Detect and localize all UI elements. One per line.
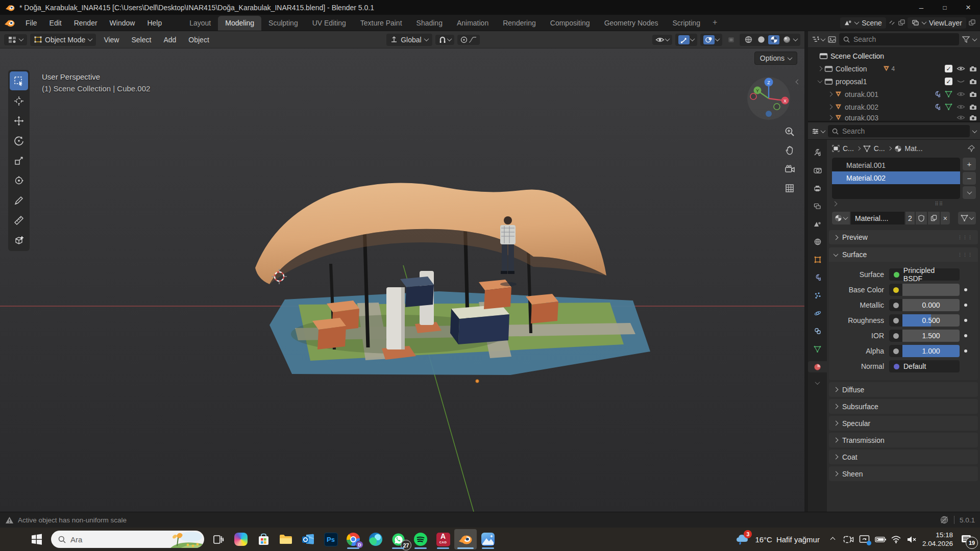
unlink-material-button[interactable]: × [941, 212, 950, 224]
hidden-icons-chevron[interactable] [827, 534, 839, 545]
meet-now-camera-icon[interactable] [843, 534, 854, 545]
tab-object-data[interactable] [811, 343, 824, 355]
tab-constraints[interactable] [811, 325, 824, 337]
gizmo-neg-z-axis[interactable] [766, 111, 772, 117]
weather-widget[interactable]: 3 16°C Hafif yağmur [736, 533, 820, 546]
copy-scene-icon[interactable] [898, 19, 905, 26]
material-specials-button[interactable] [963, 186, 976, 199]
outlook-button[interactable] [297, 529, 320, 549]
shading-solid-button[interactable] [755, 35, 767, 44]
expand-icon[interactable] [828, 105, 833, 110]
3d-scene-canvas[interactable] [0, 48, 804, 512]
material-slot-1[interactable]: Material.001 [832, 159, 960, 171]
tab-modifiers[interactable] [811, 272, 824, 283]
expand-icon[interactable] [818, 66, 823, 71]
snap-controls[interactable] [435, 35, 454, 45]
menu-edit[interactable]: Edit [43, 17, 68, 29]
fake-user-shield-button[interactable] [916, 212, 927, 224]
hide-eye-closed-icon[interactable] [957, 79, 965, 84]
editor-type-selector[interactable] [4, 34, 27, 45]
tool-add-cube[interactable] [10, 231, 28, 249]
normal-input-button[interactable]: Default [889, 360, 960, 372]
list-resize-grip[interactable]: ⠿⠿ [935, 201, 943, 207]
navigation-gizmo[interactable]: Z Y X [746, 76, 791, 121]
transmission-panel-header[interactable]: Transmission [829, 433, 978, 447]
tool-transform[interactable] [10, 171, 28, 190]
panel-drag-grip[interactable]: ⋮⋮⋮ [958, 253, 973, 257]
copy-viewlayer-icon[interactable] [968, 19, 976, 26]
file-explorer-button[interactable] [275, 529, 297, 549]
roughness-slider[interactable]: 0.500 [889, 314, 960, 327]
outliner-editor-type-selector[interactable] [812, 36, 825, 43]
outliner-row-oturak-002[interactable]: oturak.002 [811, 101, 980, 113]
breadcrumb-material[interactable]: Mat... [905, 144, 923, 153]
shading-wireframe-button[interactable] [743, 35, 754, 44]
tab-rendering[interactable]: Rendering [496, 16, 543, 31]
gizmos-toggle[interactable] [675, 34, 697, 46]
tool-measure[interactable] [10, 211, 28, 230]
chrome-button[interactable]: D [342, 529, 364, 549]
task-view-button[interactable] [207, 529, 230, 549]
tab-world[interactable] [811, 236, 824, 247]
shading-rendered-button[interactable] [781, 35, 792, 44]
subsurface-panel-header[interactable]: Subsurface [829, 399, 978, 414]
proportional-edit-controls[interactable] [457, 35, 480, 45]
base-color-widget[interactable] [889, 284, 960, 296]
orthographic-toggle-button[interactable] [782, 181, 797, 196]
outliner-row-oturak-001[interactable]: oturak.001 [811, 88, 980, 101]
tab-layout[interactable]: Layout [182, 16, 218, 31]
tab-uv-editing[interactable]: UV Editing [305, 16, 353, 31]
menu-object[interactable]: Object [184, 34, 213, 46]
hide-eye-icon[interactable] [957, 115, 965, 120]
tab-scene[interactable] [811, 218, 824, 230]
outliner-row-collection[interactable]: Collection 4 ✓ [811, 62, 980, 75]
start-button[interactable] [26, 529, 48, 549]
material-name-field[interactable]: Material.... [851, 212, 904, 224]
breadcrumb-data[interactable]: C... [874, 144, 885, 153]
hide-eye-icon[interactable] [957, 91, 965, 97]
tab-sculpting[interactable]: Sculpting [261, 16, 305, 31]
tab-scripting[interactable]: Scripting [665, 16, 707, 31]
remove-material-slot-button[interactable]: − [963, 172, 976, 185]
tool-annotate[interactable] [10, 191, 28, 210]
tab-geometry-nodes[interactable]: Geometry Nodes [597, 16, 666, 31]
hide-eye-icon[interactable] [957, 104, 965, 110]
expand-icon[interactable] [828, 115, 833, 120]
breadcrumb-object[interactable]: C... [843, 144, 854, 153]
disable-render-camera-icon[interactable] [969, 104, 977, 110]
disable-render-camera-icon[interactable] [969, 79, 977, 85]
display-mode-icon[interactable] [828, 36, 836, 43]
outliner-row-proposal1[interactable]: proposal1 ✓ [811, 75, 980, 88]
animate-dot[interactable] [964, 304, 967, 307]
animate-dot[interactable] [964, 319, 967, 322]
cast-status-icon[interactable] [859, 534, 870, 545]
outliner-search-input[interactable]: Search [839, 33, 959, 45]
disable-render-camera-icon[interactable] [969, 66, 977, 72]
viewlayer-selector[interactable]: ViewLayer [908, 17, 966, 29]
menu-file[interactable]: File [19, 17, 43, 29]
photos-button[interactable] [477, 529, 499, 549]
menu-add[interactable]: Add [159, 34, 181, 46]
tab-tool[interactable] [811, 147, 824, 158]
wifi-icon[interactable] [891, 534, 902, 545]
expand-icon[interactable] [828, 92, 833, 97]
zoom-view-button[interactable] [782, 124, 797, 139]
disable-render-camera-icon[interactable] [969, 91, 977, 97]
mode-selector[interactable]: Object Mode [30, 34, 96, 46]
pin-icon[interactable] [968, 145, 975, 152]
properties-options-dropdown[interactable] [972, 128, 977, 133]
minimize-button[interactable]: – [910, 0, 933, 15]
tool-scale[interactable] [10, 151, 28, 170]
surface-panel-header[interactable]: Surface ⋮⋮⋮ [829, 247, 978, 262]
tab-shading[interactable]: Shading [409, 16, 450, 31]
blender-taskbar-button[interactable] [454, 529, 477, 549]
unlink-scene-icon[interactable] [888, 19, 896, 26]
animate-dot[interactable] [964, 334, 967, 337]
add-material-slot-button[interactable]: + [963, 158, 976, 170]
network-offline-icon[interactable] [940, 515, 949, 524]
menu-help[interactable]: Help [141, 17, 168, 29]
menu-render[interactable]: Render [68, 17, 104, 29]
preview-panel-header[interactable]: Preview ⋮⋮⋮ [829, 230, 978, 244]
microsoft-store-button[interactable] [252, 529, 275, 549]
outliner-filter-dropdown[interactable] [972, 36, 977, 41]
